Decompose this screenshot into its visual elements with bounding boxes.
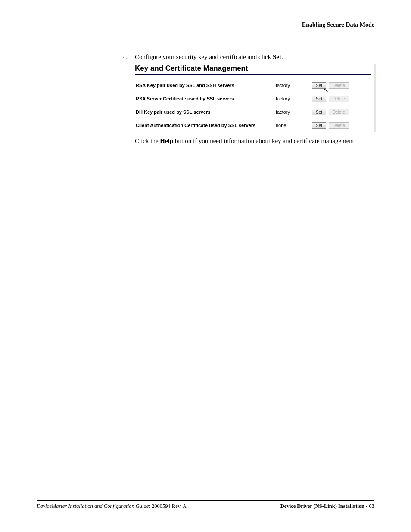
- screenshot-panel-wrap: Key and Certificate Management RSA Key p…: [135, 64, 376, 132]
- step-bold-word: Set: [273, 53, 281, 60]
- footer-rule: [37, 500, 374, 501]
- key-row-value: factory: [276, 96, 309, 101]
- footer-right: Device Driver (NS-Link) Installation - 6…: [280, 503, 374, 510]
- key-row-label: DH Key pair used by SSL servers: [136, 109, 276, 115]
- step-text-pre: Configure your security key and certific…: [135, 53, 273, 60]
- key-row-label: Client Authentication Certificate used b…: [136, 123, 276, 128]
- step-4-line: 4.Configure your security key and certif…: [123, 53, 374, 62]
- key-row-value: none: [276, 123, 309, 128]
- footer-guide-title: DeviceMaster Installation and Configurat…: [37, 503, 149, 509]
- header-rule: [37, 33, 374, 33]
- after-post: button if you need information about key…: [173, 137, 356, 144]
- panel-title: Key and Certificate Management: [135, 64, 371, 75]
- set-button[interactable]: Set: [312, 96, 326, 102]
- page: Enabling Secure Data Mode 4.Configure yo…: [0, 0, 411, 532]
- key-row-label: RSA Server Certificate used by SSL serve…: [136, 96, 276, 101]
- set-button[interactable]: Set: [312, 109, 326, 115]
- content-block: 4.Configure your security key and certif…: [123, 53, 374, 145]
- after-pre: Click the: [135, 137, 160, 144]
- after-bold: Help: [160, 137, 173, 144]
- delete-button: Delete: [329, 96, 349, 102]
- set-button[interactable]: Set: [312, 82, 326, 89]
- footer-line: DeviceMaster Installation and Configurat…: [37, 503, 374, 510]
- footer-left: DeviceMaster Installation and Configurat…: [37, 503, 187, 510]
- page-header: Enabling Secure Data Mode: [37, 22, 374, 31]
- help-instruction: Click the Help button if you need inform…: [135, 137, 367, 145]
- header-section-title: Enabling Secure Data Mode: [302, 22, 374, 28]
- delete-button: Delete: [329, 82, 349, 89]
- set-button[interactable]: Set: [312, 122, 326, 129]
- key-row: RSA Server Certificate used by SSL serve…: [135, 92, 371, 106]
- key-row: RSA Key pair used by SSL and SSH servers…: [135, 79, 371, 92]
- key-row: Client Authentication Certificate used b…: [135, 119, 371, 132]
- key-cert-panel: Key and Certificate Management RSA Key p…: [135, 64, 376, 132]
- key-row-value: factory: [276, 109, 309, 115]
- key-row-label: RSA Key pair used by SSL and SSH servers: [136, 83, 276, 88]
- page-footer: DeviceMaster Installation and Configurat…: [37, 497, 374, 510]
- delete-button: Delete: [329, 122, 349, 129]
- footer-rev: : 2000594 Rev. A: [149, 503, 186, 509]
- delete-button: Delete: [329, 109, 349, 115]
- key-row-value: factory: [276, 83, 309, 88]
- key-row: DH Key pair used by SSL servers factory …: [135, 106, 371, 119]
- step-number: 4.: [123, 53, 135, 62]
- step-text-post: .: [281, 53, 283, 60]
